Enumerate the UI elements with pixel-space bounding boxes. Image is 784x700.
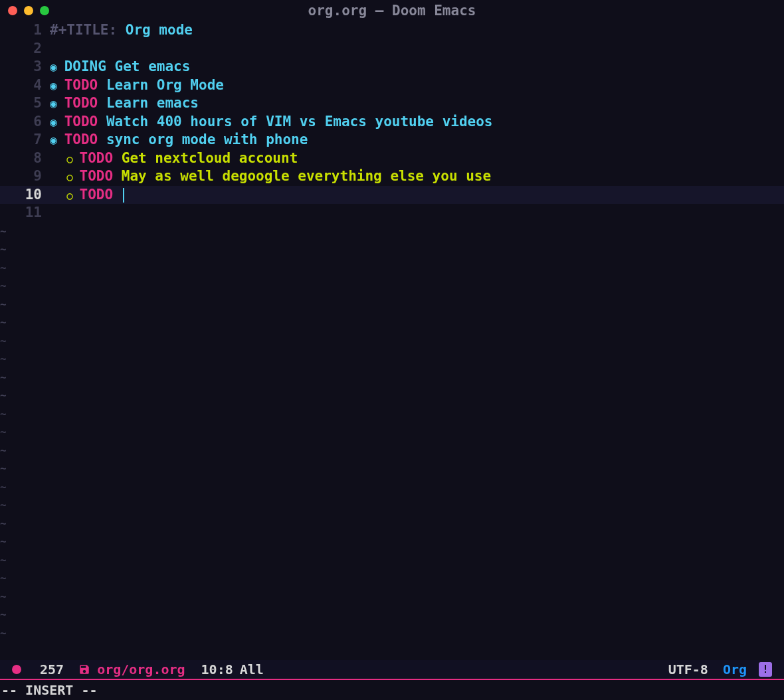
- buffer-filepath[interactable]: org/org.org: [97, 661, 185, 677]
- subheading-bullet-icon: ○: [66, 153, 79, 165]
- flycheck-indicator-icon[interactable]: !: [759, 662, 772, 677]
- line-number: 4: [0, 76, 50, 95]
- code-line: 10 ○ TODO: [0, 186, 784, 205]
- subheading-bullet-icon: ○: [66, 171, 79, 183]
- code-line: 9 ○ TODO May as well degoogle everything…: [0, 167, 784, 186]
- buffer-size: 257: [40, 661, 64, 677]
- line-number: 11: [0, 204, 50, 222]
- org-state-keyword: TODO: [64, 114, 98, 130]
- buffer-encoding[interactable]: UTF-8: [668, 661, 708, 677]
- heading-bullet-icon: ◉: [50, 133, 64, 147]
- heading-text: [113, 187, 124, 203]
- code-line: 3 ◉ DOING Get emacs: [0, 58, 784, 76]
- org-state-keyword: TODO: [80, 187, 114, 203]
- window-title: org.org – Doom Emacs: [308, 3, 476, 19]
- line-content[interactable]: [50, 204, 784, 222]
- code-line: 8 ○ TODO Get nextcloud account: [0, 149, 784, 168]
- line-number: 1: [0, 21, 50, 40]
- echo-area: -- INSERT --: [0, 680, 784, 700]
- org-keyword: #+TITLE:: [50, 22, 126, 38]
- close-window-button[interactable]: [8, 6, 17, 15]
- heading-text: Watch 400 hours of VIM vs Emacs youtube …: [98, 114, 492, 130]
- line-content[interactable]: [50, 40, 784, 58]
- org-state-keyword: TODO: [64, 95, 98, 111]
- code-line: 4 ◉ TODO Learn Org Mode: [0, 76, 784, 95]
- line-number: 6: [0, 113, 50, 131]
- heading-text: Get emacs: [106, 58, 190, 74]
- code-line: 2: [0, 40, 784, 58]
- org-state-keyword: TODO: [80, 168, 114, 184]
- line-number: 8: [0, 149, 50, 168]
- buffer-view-percentage: All: [240, 661, 264, 677]
- heading-bullet-icon: ◉: [50, 78, 64, 92]
- heading-text: Learn Org Mode: [98, 77, 224, 93]
- line-number: 5: [0, 94, 50, 113]
- line-content[interactable]: ◉ TODO Learn emacs: [50, 94, 784, 113]
- evil-state-indicator-icon: [12, 665, 21, 674]
- code-line: 5 ◉ TODO Learn emacs: [0, 94, 784, 113]
- text-cursor: [123, 188, 124, 203]
- minimize-window-button[interactable]: [24, 6, 33, 15]
- code-line: 7 ◉ TODO sync org mode with phone: [0, 131, 784, 149]
- line-number: 9: [0, 167, 50, 186]
- line-content[interactable]: ◉ TODO Learn Org Mode: [50, 76, 784, 95]
- code-line: 1 #+TITLE: Org mode: [0, 21, 784, 40]
- line-content[interactable]: ○ TODO Get nextcloud account: [50, 149, 784, 168]
- line-content[interactable]: ◉ TODO sync org mode with phone: [50, 131, 784, 149]
- modeline: 257 org/org.org 10:8 All UTF-8 Org !: [0, 660, 784, 680]
- line-number: 10: [0, 186, 50, 205]
- line-number: 2: [0, 40, 50, 58]
- heading-bullet-icon: ◉: [50, 60, 64, 74]
- heading-bullet-icon: ◉: [50, 115, 64, 129]
- editor-area[interactable]: 1 #+TITLE: Org mode 2 3 ◉ DOING Get emac…: [0, 21, 784, 661]
- org-title-value: Org mode: [126, 22, 193, 38]
- maximize-window-button[interactable]: [40, 6, 49, 15]
- line-content[interactable]: #+TITLE: Org mode: [50, 21, 784, 40]
- cursor-position: 10:8: [201, 661, 233, 677]
- org-state-keyword: DOING: [64, 58, 106, 74]
- save-icon: [78, 663, 90, 675]
- line-content[interactable]: ○ TODO May as well degoogle everything e…: [50, 167, 784, 186]
- subheading-bullet-icon: ○: [66, 189, 79, 202]
- evil-mode-state: -- INSERT --: [1, 682, 98, 698]
- heading-text: sync org mode with phone: [98, 131, 308, 147]
- empty-line-indicators: ~~~~~~~~~~~~~~~~~~~~~~~: [0, 222, 7, 643]
- traffic-lights: [8, 6, 49, 15]
- heading-text: Learn emacs: [98, 95, 199, 111]
- code-line: 6 ◉ TODO Watch 400 hours of VIM vs Emacs…: [0, 113, 784, 131]
- line-content[interactable]: ◉ TODO Watch 400 hours of VIM vs Emacs y…: [50, 113, 784, 131]
- major-mode[interactable]: Org: [723, 661, 747, 677]
- line-content[interactable]: ○ TODO: [50, 186, 784, 205]
- line-content[interactable]: ◉ DOING Get emacs: [50, 58, 784, 76]
- window-titlebar: org.org – Doom Emacs: [0, 0, 784, 21]
- org-state-keyword: TODO: [64, 131, 98, 147]
- line-number: 7: [0, 131, 50, 149]
- code-line: 11: [0, 204, 784, 222]
- heading-bullet-icon: ◉: [50, 96, 64, 110]
- org-state-keyword: TODO: [80, 150, 114, 166]
- line-number: 3: [0, 58, 50, 76]
- org-state-keyword: TODO: [64, 77, 98, 93]
- heading-text: Get nextcloud account: [113, 150, 298, 166]
- heading-text: May as well degoogle everything else you…: [113, 168, 491, 184]
